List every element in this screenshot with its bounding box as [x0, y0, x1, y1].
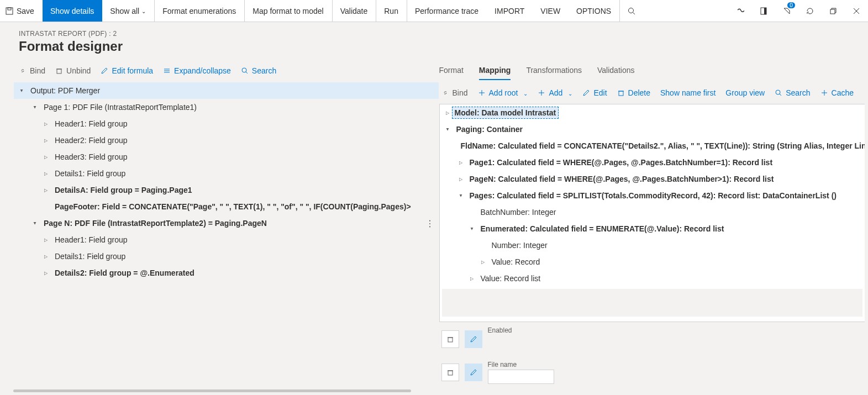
expand-toggle[interactable]: ▷ — [41, 238, 50, 243]
validate-button[interactable]: Validate — [332, 0, 376, 22]
right-tree-row[interactable]: ▲Enumerated: Calculated field = ENUMERAT… — [440, 220, 865, 237]
spacer — [442, 289, 863, 317]
notification-button[interactable]: 0 — [775, 0, 798, 22]
tab-validations[interactable]: Validations — [597, 61, 634, 80]
tree-node-label: Header1: Field group — [50, 119, 128, 128]
run-button[interactable]: Run — [376, 0, 407, 22]
expand-collapse-button[interactable]: Expand/collapse — [163, 66, 231, 75]
tree-node-label: Header2: Field group — [50, 136, 128, 145]
refresh-button[interactable] — [798, 0, 822, 22]
tab-format[interactable]: Format — [439, 61, 464, 80]
trash-icon — [617, 89, 625, 97]
right-tree-row[interactable]: Number: Integer — [440, 237, 865, 254]
office-icon-button[interactable] — [752, 0, 775, 22]
show-all-button[interactable]: Show all⌄ — [102, 0, 154, 22]
expand-toggle[interactable]: ▷ — [41, 271, 50, 276]
expand-toggle[interactable]: ▷ — [478, 260, 487, 265]
group-view-button[interactable]: Group view — [725, 88, 765, 97]
right-tree[interactable]: ▷Model: Data model Intrastat▲Paging: Con… — [439, 104, 865, 322]
left-search-button[interactable]: Search — [241, 66, 276, 75]
edit-button[interactable]: Edit — [582, 88, 607, 97]
horizontal-scrollbar[interactable] — [13, 389, 855, 395]
scrollbar-thumb[interactable] — [13, 389, 411, 392]
right-bind-button[interactable]: Bind — [441, 88, 468, 97]
right-tree-row[interactable]: ▷Page1: Calculated field = WHERE(@.Pages… — [440, 154, 865, 171]
edit-icon — [470, 335, 477, 343]
map-format-to-model-button[interactable]: Map format to model — [244, 0, 332, 22]
show-name-first-button[interactable]: Show name first — [660, 88, 716, 97]
page-title: Format designer — [19, 39, 855, 54]
expand-toggle[interactable]: ▷ — [41, 138, 50, 143]
expand-toggle[interactable]: ▷ — [41, 254, 50, 259]
tab-transformations[interactable]: Transformations — [526, 61, 582, 80]
right-tree-row[interactable]: ▲Paging: Container — [440, 121, 865, 138]
delete-button[interactable]: Delete — [617, 88, 650, 97]
tree-node-label: Paging: Container — [452, 125, 523, 134]
collapse-toggle[interactable]: ▲ — [443, 127, 452, 132]
expand-toggle[interactable]: ▷ — [41, 171, 50, 176]
expand-toggle[interactable]: ▷ — [456, 160, 465, 165]
performance-trace-button[interactable]: Performance trace — [407, 0, 487, 22]
right-tree-row[interactable]: BatchNumber: Integer — [440, 204, 865, 220]
enabled-input[interactable] — [488, 335, 865, 352]
bind-button[interactable]: Bind — [19, 66, 45, 75]
tree-node-label: Page N: PDF File (IntrastatReportTemplat… — [39, 219, 267, 228]
right-search-button[interactable]: Search — [775, 88, 810, 97]
format-enumerations-button[interactable]: Format enumerations — [154, 0, 244, 22]
left-tree-row[interactable]: ▷Header2: Field group — [14, 132, 439, 149]
prop-row-filename: File name — [439, 356, 865, 388]
add-button[interactable]: Add⌄ — [538, 88, 572, 97]
left-tree-row[interactable]: ▲Page N: PDF File (IntrastatReportTempla… — [14, 215, 439, 231]
left-tree-row[interactable]: ▲Page 1: PDF File (IntrastatReportTempla… — [14, 99, 439, 115]
tree-node-label: Output: PDF Merger — [26, 86, 100, 95]
collapse-toggle[interactable]: ▲ — [456, 193, 465, 198]
left-tree-row[interactable]: PageFooter: Field = CONCATENATE("Page", … — [14, 198, 439, 215]
left-tree-row[interactable]: ▷Header3: Field group — [14, 149, 439, 165]
right-tree-row[interactable]: ▷Value: Record list — [440, 270, 865, 287]
prop-edit-filename[interactable] — [465, 364, 482, 381]
left-tree-row[interactable]: ▲Output: PDF Merger — [14, 82, 439, 99]
expand-toggle[interactable]: ▷ — [41, 188, 50, 193]
infinity-icon-button[interactable] — [729, 0, 752, 22]
more-icon[interactable]: ⋯ — [425, 219, 435, 228]
close-button[interactable] — [845, 0, 868, 22]
top-toolbar: Save Show details Show all⌄ Format enume… — [0, 0, 868, 22]
collapse-toggle[interactable]: ▲ — [467, 227, 476, 231]
save-button[interactable]: Save — [0, 0, 43, 22]
left-tree-row[interactable]: ▷Header1: Field group — [14, 231, 439, 248]
expand-toggle[interactable]: ▷ — [41, 122, 50, 127]
unbind-button[interactable]: Unbind — [55, 66, 91, 75]
options-button[interactable]: OPTIONS — [569, 0, 619, 22]
import-button[interactable]: IMPORT — [487, 0, 533, 22]
right-tree-row[interactable]: ▷Model: Data model Intrastat — [440, 104, 865, 121]
right-tree-row[interactable]: FldName: Calculated field = CONCATENATE(… — [440, 138, 865, 154]
collapse-toggle[interactable]: ▲ — [17, 88, 26, 93]
right-tree-row[interactable]: ▲Pages: Calculated field = SPLITLIST(Tot… — [440, 187, 865, 204]
expand-toggle[interactable]: ▷ — [456, 177, 465, 182]
tab-mapping[interactable]: Mapping — [479, 61, 511, 80]
collapse-toggle[interactable]: ▲ — [30, 221, 39, 226]
view-button[interactable]: VIEW — [533, 0, 569, 22]
filename-input[interactable] — [488, 370, 554, 384]
prop-delete-filename[interactable] — [441, 364, 459, 381]
left-pane: Bind Unbind Edit formula Expand/collapse… — [0, 60, 439, 388]
left-tree-row[interactable]: ▷Details2: Field group = @.Enumerated — [14, 265, 439, 281]
add-root-button[interactable]: Add root⌄ — [478, 88, 528, 97]
toolbar-search-button[interactable] — [619, 0, 644, 22]
left-tree-row[interactable]: ▷Details1: Field group — [14, 248, 439, 265]
prop-edit-enabled[interactable] — [465, 330, 482, 348]
prop-delete-enabled[interactable] — [441, 330, 459, 348]
show-details-button[interactable]: Show details — [43, 0, 102, 22]
expand-toggle[interactable]: ▷ — [41, 155, 50, 160]
collapse-toggle[interactable]: ▲ — [30, 105, 39, 110]
left-tree-row[interactable]: ▷Header1: Field group — [14, 115, 439, 132]
expand-toggle[interactable]: ▷ — [467, 276, 476, 281]
right-tree-row[interactable]: ▷Value: Record — [440, 254, 865, 270]
restore-button[interactable] — [822, 0, 845, 22]
left-tree-row[interactable]: ▷DetailsA: Field group = Paging.Page1 — [14, 182, 439, 198]
right-tree-row[interactable]: ▷PageN: Calculated field = WHERE(@.Pages… — [440, 171, 865, 187]
left-tree-row[interactable]: ▷Details1: Field group — [14, 165, 439, 182]
expand-toggle[interactable]: ▷ — [443, 110, 452, 115]
edit-formula-button[interactable]: Edit formula — [101, 66, 153, 75]
cache-button[interactable]: Cache — [820, 88, 854, 97]
